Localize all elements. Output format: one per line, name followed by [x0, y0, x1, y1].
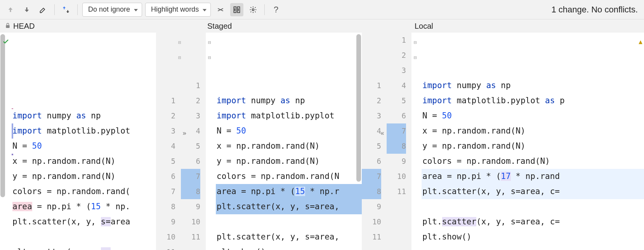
- gutter-line[interactable]: 1: [362, 78, 381, 93]
- gutter-line[interactable]: 4: [362, 123, 381, 139]
- code-line[interactable]: [12, 229, 156, 245]
- code-line[interactable]: N = 50: [12, 139, 156, 154]
- gutter-line[interactable]: 3: [156, 123, 175, 139]
- code-line[interactable]: area = np.pi * (15 * np.r: [216, 184, 362, 199]
- gutter-line[interactable]: 9: [362, 199, 381, 214]
- gutter-line[interactable]: 5: [387, 93, 406, 108]
- code-line[interactable]: y = np.random.rand(N): [216, 154, 362, 169]
- code-line[interactable]: import matplotlib.pyplot: [216, 108, 362, 123]
- code-line[interactable]: N = 50: [422, 108, 644, 123]
- code-line[interactable]: colors = np.random.rand(: [12, 184, 156, 199]
- gutter-line[interactable]: 8: [362, 184, 381, 199]
- edit-icon[interactable]: [36, 3, 50, 16]
- gutter-line[interactable]: 6: [387, 108, 406, 123]
- gutter-line[interactable]: 4: [156, 139, 175, 154]
- fold-handle-icon[interactable]: ⊟: [176, 50, 181, 56]
- code-line[interactable]: x = np.random.rand(N): [12, 154, 156, 169]
- code-line[interactable]: import numpy as np: [422, 78, 644, 93]
- code-line[interactable]: plt.scatter(x, y, s=area: [12, 214, 156, 229]
- gutter-line[interactable]: 7: [362, 169, 381, 184]
- gutter-line[interactable]: 1: [181, 78, 200, 93]
- gutter-right-in[interactable]: 1234567891011: [387, 33, 411, 250]
- mid-code[interactable]: ▲ import numpy as npimport matplotlib.py…: [216, 33, 362, 250]
- gutter-line[interactable]: 1: [156, 93, 175, 108]
- gutter-line[interactable]: 3: [181, 108, 200, 123]
- collapse-unchanged-icon[interactable]: [214, 3, 227, 16]
- gutter-line[interactable]: 11: [362, 229, 381, 245]
- gutter-line[interactable]: 9: [181, 199, 200, 214]
- sync-scroll-icon[interactable]: [230, 3, 243, 16]
- code-line[interactable]: y = np.random.rand(N): [12, 169, 156, 184]
- gutter-line[interactable]: 3: [362, 108, 381, 123]
- fold-handle-icon[interactable]: ⊟: [208, 35, 214, 40]
- fold-handle-icon[interactable]: ⊟: [176, 35, 181, 40]
- code-line[interactable]: y = np.random.rand(N): [422, 139, 644, 154]
- gutter-line[interactable]: 11: [156, 245, 175, 250]
- gutter-line[interactable]: 6: [156, 169, 175, 184]
- ignore-mode-select[interactable]: Do not ignore: [82, 3, 142, 17]
- gutter-line[interactable]: 8: [181, 184, 200, 199]
- gutter-line[interactable]: 3: [387, 63, 406, 78]
- gutter-line[interactable]: 1: [387, 33, 406, 48]
- gutter-line[interactable]: 8: [156, 199, 175, 214]
- gutter-line[interactable]: 4: [387, 78, 406, 93]
- code-line[interactable]: plt.scatter(x, y, s=area, c=: [422, 214, 644, 229]
- merge-left-icon[interactable]: «: [380, 126, 384, 141]
- gutter-line[interactable]: 11: [181, 229, 200, 245]
- code-line[interactable]: plt.scatter(x, y, s=area,: [216, 199, 362, 214]
- gear-icon[interactable]: [246, 3, 260, 16]
- gutter-line[interactable]: 10: [156, 229, 175, 245]
- merge-right-icon[interactable]: »: [182, 126, 186, 141]
- code-line[interactable]: plt.scatter(x, y, s=area: [12, 245, 156, 250]
- code-line[interactable]: import matplotlib.pyplot as p: [422, 93, 644, 108]
- code-line[interactable]: import numpy as np: [216, 93, 362, 108]
- gutter-mid-in[interactable]: » 1234567891011: [181, 33, 206, 250]
- help-icon[interactable]: ?: [269, 3, 283, 16]
- gutter-line[interactable]: 2: [156, 108, 175, 123]
- gutter-line[interactable]: 7: [387, 123, 406, 139]
- next-change-icon[interactable]: [20, 3, 33, 16]
- left-scrollbar[interactable]: [0, 33, 5, 250]
- code-line[interactable]: plt.scatter(x, y, s=area, c=: [422, 184, 644, 199]
- fold-handle-icon[interactable]: ⊟: [414, 35, 419, 40]
- code-line[interactable]: plt.show(): [216, 245, 362, 250]
- code-line[interactable]: area = np.pi * (17 * np.rand: [422, 169, 644, 184]
- fold-handle-icon[interactable]: ⊟: [208, 50, 214, 56]
- gutter-mid-out[interactable]: « 1234567891011: [362, 33, 387, 250]
- gutter-line[interactable]: 9: [156, 214, 175, 229]
- gutter-line[interactable]: 10: [387, 169, 406, 184]
- code-line[interactable]: plt.show(): [422, 229, 644, 245]
- gutter-line[interactable]: 5: [156, 154, 175, 169]
- code-line[interactable]: x = np.random.rand(N): [216, 139, 362, 154]
- gutter-line[interactable]: 6: [362, 154, 381, 169]
- gutter-line[interactable]: 6: [181, 154, 200, 169]
- gutter-line[interactable]: 10: [362, 214, 381, 229]
- highlight-mode-select[interactable]: Highlight words: [145, 3, 211, 17]
- gutter-left-out[interactable]: ⊟ ⊟ 1234567891011: [156, 33, 181, 250]
- gutter-line[interactable]: 2: [362, 93, 381, 108]
- compare-swap-icon[interactable]: [59, 3, 73, 16]
- gutter-line[interactable]: 7: [156, 184, 175, 199]
- gutter-line[interactable]: 7: [181, 169, 200, 184]
- left-code[interactable]: import numpy as npimport matplotlib.pypl…: [12, 33, 156, 250]
- code-line[interactable]: colors = np.random.rand(N): [422, 154, 644, 169]
- code-line[interactable]: colors = np.random.rand(N: [216, 169, 362, 184]
- code-line[interactable]: import matplotlib.pyplot: [12, 123, 156, 139]
- code-line[interactable]: plt.scatter(x, y, s=area,: [216, 229, 362, 245]
- gutter-line[interactable]: 2: [181, 93, 200, 108]
- gutter-line[interactable]: 10: [181, 214, 200, 229]
- gutter-line[interactable]: 5: [362, 139, 381, 154]
- code-line[interactable]: import numpy as np: [12, 108, 156, 123]
- code-line[interactable]: area = np.pi * (15 * np.: [12, 199, 156, 214]
- gutter-line[interactable]: 11: [387, 184, 406, 199]
- code-line[interactable]: [216, 214, 362, 229]
- prev-change-icon[interactable]: [4, 3, 17, 16]
- gutter-line[interactable]: 2: [387, 48, 406, 63]
- code-line[interactable]: x = np.random.rand(N): [422, 123, 644, 139]
- fold-handle-icon[interactable]: ⊟: [414, 50, 419, 56]
- mid-scrollbar[interactable]: [356, 34, 361, 182]
- code-line[interactable]: N = 50: [216, 123, 362, 139]
- gutter-line[interactable]: 9: [387, 154, 406, 169]
- code-line[interactable]: [422, 199, 644, 214]
- right-code[interactable]: ▲ import numpy as npimport matplotlib.py…: [422, 33, 644, 250]
